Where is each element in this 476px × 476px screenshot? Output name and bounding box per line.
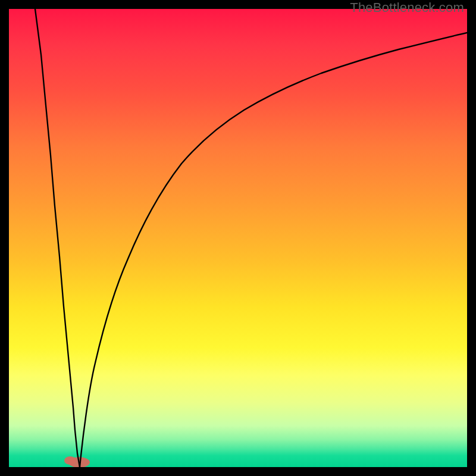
trough-marker xyxy=(64,456,90,467)
svg-point-1 xyxy=(64,456,76,465)
watermark-text: TheBottleneck.com xyxy=(350,0,464,15)
chart-curve-layer xyxy=(9,9,467,467)
chart-frame xyxy=(9,9,467,467)
curve-right-branch xyxy=(80,33,467,467)
curve-left-branch xyxy=(35,9,80,467)
